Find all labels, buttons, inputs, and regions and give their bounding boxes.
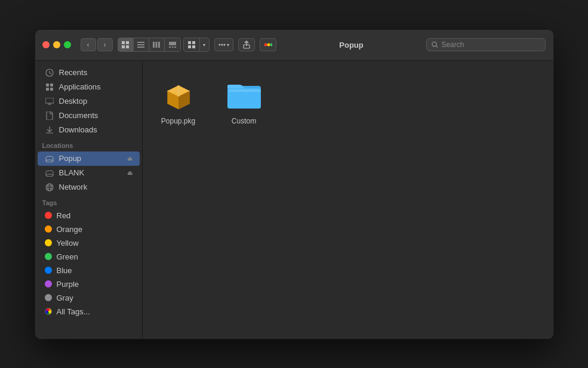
sidebar-item-network[interactable]: Network xyxy=(38,180,140,194)
desktop-icon xyxy=(45,97,54,106)
tags-section-label: Tags xyxy=(35,194,142,209)
green-tag-dot xyxy=(45,253,52,260)
svg-rect-12 xyxy=(171,47,173,48)
file-area: Popup.pkg Custom xyxy=(143,61,553,339)
svg-rect-3 xyxy=(126,45,129,48)
svg-rect-6 xyxy=(137,47,144,48)
maximize-button[interactable] xyxy=(64,41,71,48)
blue-tag-dot xyxy=(45,267,52,274)
icon-view-button[interactable] xyxy=(118,38,134,51)
icon-view-group xyxy=(118,38,181,52)
drive-icon xyxy=(45,154,54,163)
svg-rect-0 xyxy=(122,41,125,44)
blank-eject-icon[interactable]: ⏏ xyxy=(127,169,133,176)
red-tag-dot xyxy=(45,212,52,219)
sidebar: Recents Applications Desktop xyxy=(35,61,143,339)
column-view-button[interactable] xyxy=(149,38,165,51)
gray-tag-dot xyxy=(45,294,52,301)
svg-point-22 xyxy=(264,44,267,47)
svg-rect-11 xyxy=(169,47,171,48)
sidebar-item-recents[interactable]: Recents xyxy=(38,66,140,80)
sidebar-item-documents[interactable]: Documents xyxy=(38,109,140,123)
gray-tag-label: Gray xyxy=(57,293,73,302)
share-button[interactable] xyxy=(238,38,255,51)
svg-rect-8 xyxy=(156,42,158,48)
network-label: Network xyxy=(59,183,88,191)
main-content: Recents Applications Desktop xyxy=(35,61,553,339)
nav-buttons: ‹ › xyxy=(81,38,113,51)
orange-tag-label: Orange xyxy=(57,225,82,234)
desktop-label: Desktop xyxy=(59,97,88,106)
view-options-dropdown: ▾ xyxy=(183,38,210,52)
svg-rect-17 xyxy=(192,45,195,48)
svg-rect-2 xyxy=(122,45,125,48)
list-view-button[interactable] xyxy=(134,38,149,51)
documents-label: Documents xyxy=(59,111,98,120)
svg-rect-4 xyxy=(137,42,144,43)
svg-line-29 xyxy=(50,73,51,74)
downloads-icon xyxy=(45,125,54,135)
file-item-popup-pkg[interactable]: Popup.pkg xyxy=(155,73,202,130)
sidebar-item-applications[interactable]: Applications xyxy=(38,80,140,94)
svg-rect-16 xyxy=(188,45,191,48)
action-button[interactable]: ▾ xyxy=(214,38,233,51)
svg-marker-51 xyxy=(167,90,189,91)
locations-section-label: Locations xyxy=(35,137,142,151)
sidebar-item-popup[interactable]: Popup ⏏ xyxy=(38,151,140,166)
tags-button[interactable] xyxy=(260,38,276,51)
sidebar-item-tag-blue[interactable]: Blue xyxy=(38,264,140,277)
close-button[interactable] xyxy=(42,41,50,48)
red-tag-label: Red xyxy=(57,211,71,220)
green-tag-label: Green xyxy=(57,252,78,261)
svg-point-44 xyxy=(48,184,51,191)
svg-rect-33 xyxy=(50,88,53,91)
sidebar-item-blank[interactable]: BLANK ⏏ xyxy=(38,166,140,180)
view-dropdown-chevron[interactable]: ▾ xyxy=(199,38,209,51)
sidebar-item-tag-red[interactable]: Red xyxy=(38,209,140,222)
file-item-custom[interactable]: Custom xyxy=(220,73,268,130)
sidebar-item-desktop[interactable]: Desktop xyxy=(38,94,140,109)
forward-button[interactable]: › xyxy=(97,38,113,51)
blank-label: BLANK xyxy=(59,168,85,177)
all-tags-label: All Tags... xyxy=(57,307,90,316)
downloads-label: Downloads xyxy=(59,125,97,134)
svg-rect-10 xyxy=(169,42,176,45)
view-controls: ▾ xyxy=(118,38,210,52)
all-tags-dot xyxy=(45,308,52,315)
recents-label: Recents xyxy=(59,68,88,77)
sidebar-item-tag-gray[interactable]: Gray xyxy=(38,291,140,305)
svg-rect-31 xyxy=(50,84,53,86)
purple-tag-dot xyxy=(45,280,52,287)
sidebar-item-tag-orange[interactable]: Orange xyxy=(38,222,140,236)
svg-rect-7 xyxy=(153,42,155,48)
minimize-button[interactable] xyxy=(53,41,60,48)
view-options-button[interactable] xyxy=(184,38,199,51)
svg-rect-14 xyxy=(188,41,191,44)
svg-point-19 xyxy=(221,44,223,46)
svg-rect-54 xyxy=(229,89,261,92)
svg-point-23 xyxy=(267,44,270,47)
search-input[interactable] xyxy=(441,41,540,49)
orange-tag-dot xyxy=(45,225,52,233)
gallery-view-button[interactable] xyxy=(165,38,180,51)
yellow-tag-dot xyxy=(45,239,52,246)
sidebar-item-tag-green[interactable]: Green xyxy=(38,250,140,264)
titlebar: ‹ › ▾ xyxy=(35,30,553,61)
search-bar[interactable] xyxy=(426,38,546,51)
blank-drive-icon xyxy=(45,168,54,178)
window-title: Popup xyxy=(330,41,373,50)
back-button[interactable]: ‹ xyxy=(81,38,96,51)
documents-icon xyxy=(45,111,54,120)
svg-rect-34 xyxy=(45,98,54,103)
sidebar-item-downloads[interactable]: Downloads xyxy=(38,123,140,137)
svg-rect-13 xyxy=(174,47,176,48)
sidebar-item-tag-yellow[interactable]: Yellow xyxy=(38,236,140,250)
popup-eject-icon[interactable]: ⏏ xyxy=(127,155,133,162)
sidebar-item-tag-purple[interactable]: Purple xyxy=(38,277,140,291)
applications-icon xyxy=(45,82,54,92)
svg-point-43 xyxy=(46,184,53,191)
finder-window: ‹ › ▾ xyxy=(35,29,554,339)
purple-tag-label: Purple xyxy=(57,280,79,289)
sidebar-item-all-tags[interactable]: All Tags... xyxy=(38,305,140,318)
svg-point-20 xyxy=(223,44,225,46)
